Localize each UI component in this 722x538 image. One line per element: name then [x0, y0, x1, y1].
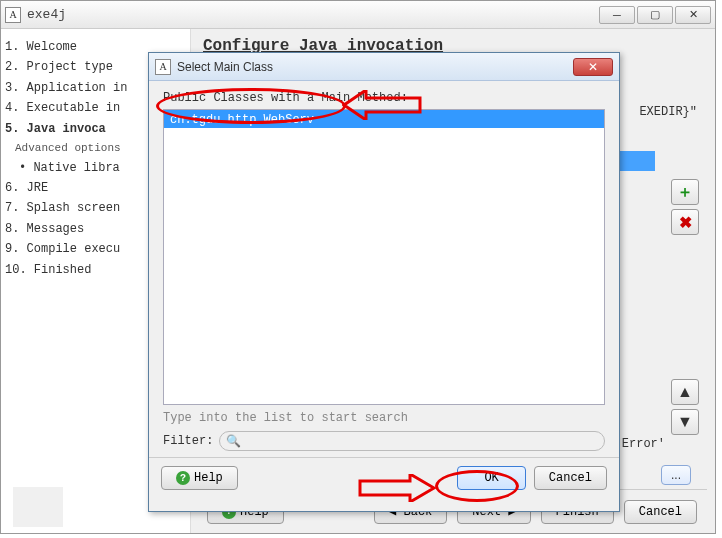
- browse-button[interactable]: ...: [661, 465, 691, 485]
- type-hint: Type into the list to start search: [163, 411, 605, 425]
- list-item[interactable]: cn.tgdu.http.WebServ: [164, 110, 604, 128]
- path-hint: EXEDIR}": [639, 105, 697, 119]
- order-buttons: ▲ ▼: [671, 379, 699, 435]
- move-up-button[interactable]: ▲: [671, 379, 699, 405]
- list-label: Public Classes with a Main Method:: [163, 91, 605, 105]
- search-icon: 🔍: [226, 434, 241, 449]
- dialog-close-button[interactable]: ✕: [573, 58, 613, 76]
- help-icon: ?: [176, 471, 190, 485]
- dialog-title: Select Main Class: [177, 60, 573, 74]
- balloon-tail: [13, 487, 63, 527]
- main-titlebar: A exe4j ─ ▢ ✕: [1, 1, 715, 29]
- classpath-buttons: ＋ ✖: [671, 179, 699, 235]
- dialog-footer: ?Help OK Cancel: [149, 457, 619, 498]
- minimize-button[interactable]: ─: [599, 6, 635, 24]
- close-button[interactable]: ✕: [675, 6, 711, 24]
- dialog-titlebar: A Select Main Class ✕: [149, 53, 619, 81]
- dialog-app-icon: A: [155, 59, 171, 75]
- filter-row: Filter: 🔍: [163, 431, 605, 451]
- ok-button[interactable]: OK: [457, 466, 525, 490]
- add-button[interactable]: ＋: [671, 179, 699, 205]
- cancel-button[interactable]: Cancel: [624, 500, 697, 524]
- dialog-cancel-button[interactable]: Cancel: [534, 466, 607, 490]
- app-icon: A: [5, 7, 21, 23]
- select-main-class-dialog: A Select Main Class ✕ Public Classes wit…: [148, 52, 620, 512]
- window-buttons: ─ ▢ ✕: [597, 6, 711, 24]
- maximize-button[interactable]: ▢: [637, 6, 673, 24]
- remove-button[interactable]: ✖: [671, 209, 699, 235]
- dialog-body: Public Classes with a Main Method: cn.tg…: [149, 81, 619, 457]
- class-list[interactable]: cn.tgdu.http.WebServ: [163, 109, 605, 405]
- dialog-help-button[interactable]: ?Help: [161, 466, 238, 490]
- filter-label: Filter:: [163, 434, 213, 448]
- app-title: exe4j: [27, 7, 597, 22]
- move-down-button[interactable]: ▼: [671, 409, 699, 435]
- filter-input[interactable]: 🔍: [219, 431, 605, 451]
